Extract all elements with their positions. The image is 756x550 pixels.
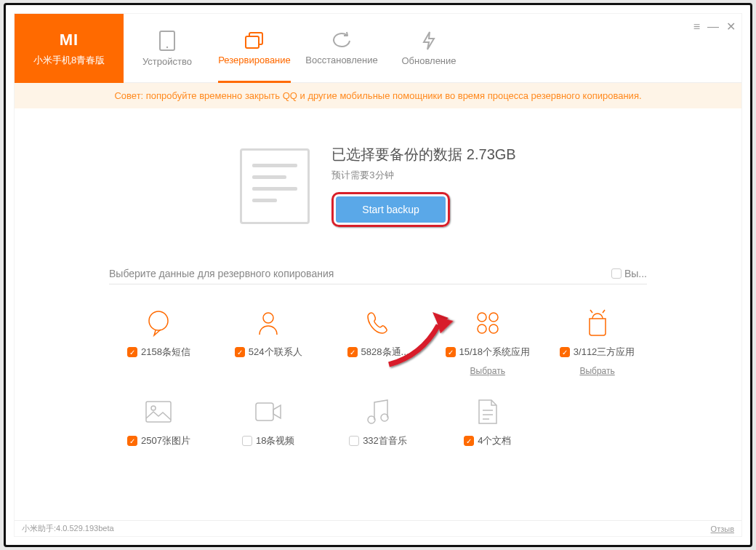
select-all-checkbox[interactable] <box>611 268 622 279</box>
backup-icon <box>244 31 265 50</box>
contacts-icon <box>254 308 283 338</box>
calls-label: 5828条通... <box>361 346 409 359</box>
category-contacts[interactable]: ✓524个联系人 <box>219 308 318 376</box>
menu-icon[interactable]: ≡ <box>693 20 700 33</box>
close-button[interactable]: ✕ <box>726 20 736 33</box>
category-music[interactable]: 332首音乐 <box>329 396 428 447</box>
category-docs[interactable]: ✓4个文档 <box>438 396 537 447</box>
calls-checkbox[interactable]: ✓ <box>347 347 358 357</box>
device-icon <box>158 30 176 52</box>
videos-icon <box>254 401 283 423</box>
docs-label: 4个文档 <box>478 434 511 447</box>
start-backup-highlight: Start backup <box>331 192 450 227</box>
userapps-select-link[interactable]: Выбрать <box>579 366 614 376</box>
category-calls[interactable]: ✓5828条通... <box>329 308 428 376</box>
sms-icon <box>144 308 173 338</box>
start-backup-button[interactable]: Start backup <box>336 196 446 223</box>
category-sms[interactable]: ✓2158条短信 <box>109 308 209 376</box>
docs-icon <box>476 398 499 426</box>
device-name: 小米手机8青春版 <box>33 54 105 67</box>
sysapps-checkbox[interactable]: ✓ <box>446 347 456 357</box>
docs-checkbox[interactable]: ✓ <box>464 436 474 446</box>
divider <box>109 284 647 284</box>
tab-restore-label: Восстановление <box>305 55 377 65</box>
tab-backup[interactable]: Резервирование <box>211 14 298 82</box>
tab-restore[interactable]: Восстановление <box>298 14 385 82</box>
videos-checkbox[interactable] <box>242 436 252 446</box>
svg-rect-14 <box>256 403 273 421</box>
selected-size-title: 已选择要备份的数据 2.73GB <box>331 145 515 164</box>
restore-icon <box>331 31 353 50</box>
music-icon <box>365 398 391 426</box>
sysapps-select-link[interactable]: Выбрать <box>470 366 505 376</box>
photos-checkbox[interactable]: ✓ <box>127 436 137 446</box>
version-text: 小米助手:4.0.529.193beta <box>22 523 114 534</box>
sysapps-icon <box>473 308 502 338</box>
music-checkbox[interactable] <box>349 436 359 446</box>
category-photos[interactable]: ✓2507张图片 <box>109 396 209 447</box>
videos-label: 18条视频 <box>256 434 294 447</box>
photos-icon <box>144 399 173 424</box>
svg-point-1 <box>166 46 168 47</box>
svg-line-10 <box>590 310 592 313</box>
svg-point-5 <box>263 313 273 323</box>
calls-icon <box>363 308 393 338</box>
category-userapps[interactable]: ✓3/112三方应用 Выбрать <box>547 308 647 376</box>
userapps-icon <box>583 308 612 338</box>
update-icon <box>421 31 437 51</box>
svg-rect-3 <box>246 36 259 48</box>
userapps-checkbox[interactable]: ✓ <box>560 347 570 357</box>
minimize-button[interactable]: — <box>707 20 719 33</box>
sysapps-label: 15/18个系统应用 <box>459 346 531 359</box>
svg-point-7 <box>489 313 498 322</box>
svg-rect-12 <box>146 402 171 422</box>
svg-line-11 <box>603 310 605 313</box>
tab-device-label: Устройство <box>142 56 192 67</box>
eta-text: 预计需要3分钟 <box>331 169 515 182</box>
svg-point-4 <box>149 311 168 330</box>
document-icon <box>240 148 310 224</box>
sms-label: 2158条短信 <box>141 346 190 359</box>
svg-point-9 <box>489 324 498 333</box>
svg-point-8 <box>478 324 486 333</box>
svg-point-6 <box>478 313 486 322</box>
svg-point-13 <box>151 406 156 410</box>
tab-backup-label: Резервирование <box>218 55 291 65</box>
select-all-label: Вы... <box>624 268 647 279</box>
tab-update-label: Обновление <box>401 55 456 66</box>
feedback-link[interactable]: Отзыв <box>711 525 734 533</box>
contacts-label: 524个联系人 <box>249 346 302 359</box>
brand-block: MI 小米手机8青春版 <box>15 14 124 83</box>
tab-update[interactable]: Обновление <box>385 14 472 82</box>
tab-device[interactable]: Устройство <box>124 14 211 82</box>
select-data-prompt: Выберите данные для резервного копирован… <box>109 268 334 279</box>
music-label: 332首音乐 <box>363 434 407 447</box>
photos-label: 2507张图片 <box>141 434 190 447</box>
userapps-label: 3/112三方应用 <box>574 346 635 359</box>
sms-checkbox[interactable]: ✓ <box>127 347 137 357</box>
mi-logo-icon: MI <box>60 31 79 49</box>
category-sysapps[interactable]: ✓15/18个系统应用 Выбрать <box>438 308 537 376</box>
category-videos[interactable]: 18条视频 <box>219 396 318 447</box>
tip-bar: Совет: попробуйте временно закрыть QQ и … <box>15 83 741 108</box>
contacts-checkbox[interactable]: ✓ <box>235 347 245 357</box>
